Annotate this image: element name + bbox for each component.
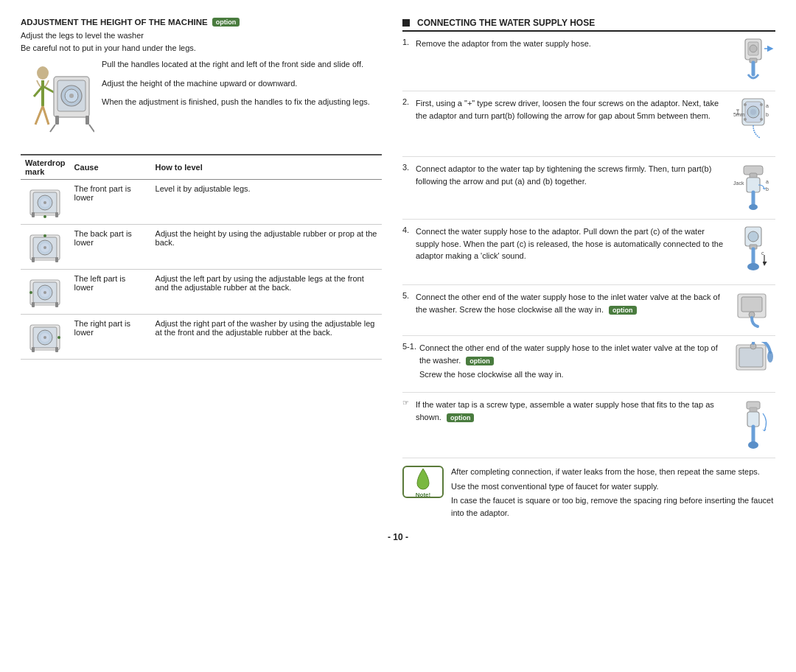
step-screw-inner: ☞ If the water tap is a screw type, asse… — [402, 399, 725, 423]
left-section-title: ADJUSTMENT THE HEIGHT OF THE MACHINE opt… — [21, 18, 382, 27]
row3-img — [21, 270, 70, 315]
svg-point-25 — [43, 246, 46, 249]
right-title-text: CONNECTING THE WATER SUPPLY HOSE — [417, 18, 595, 28]
step-screw-option: option — [447, 413, 475, 422]
svg-point-81 — [767, 351, 773, 363]
table-row: The front part is lower Level it by adju… — [21, 180, 382, 225]
step-2-text: First, using a "+" type screw driver, lo… — [416, 97, 725, 122]
washer-illustration — [21, 58, 94, 147]
row2-img — [21, 225, 70, 270]
svg-rect-11 — [55, 116, 59, 125]
svg-text:a: a — [766, 179, 769, 184]
level-table: Waterdropmark Cause How to level — [21, 154, 382, 360]
intro-line-2: Be careful not to put in your hand under… — [21, 43, 196, 52]
svg-point-69 — [749, 204, 758, 210]
step-1-num: 1. — [402, 38, 413, 46]
table-row: The right part is lower Adjust the right… — [21, 315, 382, 360]
washer-icon-3 — [28, 274, 62, 308]
col-how: How to level — [151, 155, 382, 180]
step-row-2: 2. First, using a "+" type screw driver,… — [402, 97, 775, 157]
svg-rect-19 — [55, 212, 58, 217]
step-row-3: 3. Connect adaptor to the water tap by t… — [402, 163, 775, 220]
intro-text: Adjust the legs to level the washer Be c… — [21, 29, 382, 54]
step-4-img: c — [731, 225, 775, 279]
note-svg-icon: Note! — [407, 466, 439, 498]
svg-point-52 — [750, 109, 756, 115]
step-2-num: 2. — [402, 97, 413, 106]
svg-rect-43 — [55, 347, 58, 352]
step-4-text: Connect the water supply hose to the ada… — [416, 225, 725, 262]
svg-rect-76 — [741, 297, 762, 312]
svg-rect-79 — [739, 348, 763, 367]
svg-text:a: a — [766, 103, 769, 108]
svg-point-0 — [37, 66, 49, 80]
svg-rect-84 — [747, 412, 759, 427]
col-waterdrop: Waterdropmark — [21, 155, 70, 180]
steps-text: Pull the handles located at the right an… — [102, 58, 382, 147]
svg-rect-26 — [32, 257, 35, 262]
hose-adaptor-svg-1 — [732, 38, 775, 85]
row2-how: Adjust the height by using the adjustabl… — [151, 225, 382, 270]
step-screw-num: ☞ — [402, 399, 413, 407]
step-5-option: option — [609, 306, 637, 315]
svg-point-85 — [748, 441, 758, 449]
svg-line-4 — [35, 106, 43, 125]
svg-point-53 — [744, 103, 747, 106]
svg-text:Note!: Note! — [416, 491, 430, 498]
step-2-text: Adjust the height of the machine upward … — [102, 77, 382, 91]
step-3-text: When the adjustment is finished, push th… — [102, 96, 382, 109]
hose-top-svg — [732, 342, 775, 386]
svg-point-10 — [69, 94, 74, 98]
option-badge: option — [212, 18, 240, 27]
step-row-screw: ☞ If the water tap is a screw type, asse… — [402, 399, 775, 458]
svg-rect-34 — [32, 302, 35, 307]
svg-point-28 — [43, 234, 46, 237]
svg-rect-65 — [747, 178, 760, 192]
step-1-text: Pull the handles located at the right an… — [102, 58, 382, 71]
svg-point-71 — [748, 231, 758, 242]
step-1-img — [731, 38, 775, 85]
row3-how: Adjust the left part by using the adjust… — [151, 270, 382, 315]
row4-how: Adjust the right part of the washer by u… — [151, 315, 382, 360]
step-row-4: 4. Connect the water supply hose to the … — [402, 225, 775, 285]
hose-adaptor-svg-2: a b 5mm — [732, 97, 775, 150]
step-row-5-1: 5-1. Connect the other end of the water … — [402, 342, 775, 393]
step-5-1-num: 5-1. — [402, 342, 416, 351]
step-5-1-option: option — [466, 357, 494, 365]
step-3-text: Connect adaptor to the water tap by tigh… — [416, 163, 725, 187]
screw-hose-svg — [732, 399, 775, 452]
note-text-content: After completing connection, if water le… — [451, 466, 775, 519]
note-icon: Note! — [402, 466, 444, 498]
svg-text:5mm: 5mm — [733, 112, 745, 117]
svg-rect-12 — [85, 116, 89, 125]
hose-back-svg — [732, 291, 775, 329]
washer-icon-1 — [28, 184, 62, 218]
svg-point-17 — [43, 201, 46, 204]
step-screw-img — [731, 399, 775, 452]
step-3-num: 3. — [402, 163, 413, 172]
step-1-inner: 1. Remove the adaptor from the water sup… — [402, 38, 725, 50]
svg-point-20 — [43, 215, 46, 218]
left-title-text: ADJUSTMENT THE HEIGHT OF THE MACHINE — [21, 18, 208, 27]
svg-point-55 — [744, 118, 747, 121]
step-5-img — [731, 291, 775, 329]
svg-rect-18 — [32, 212, 35, 217]
svg-point-36 — [29, 291, 32, 294]
row4-img — [21, 315, 70, 360]
svg-point-54 — [760, 103, 763, 106]
svg-rect-42 — [32, 347, 35, 352]
step-2-inner: 2. First, using a "+" type screw driver,… — [402, 97, 725, 122]
step-3-img: a b Jack — [731, 163, 775, 213]
step-4-inner: 4. Connect the water supply hose to the … — [402, 225, 725, 262]
step-5-1-sub: Screw the hose clockwise all the way in. — [419, 368, 725, 381]
step-row-1: 1. Remove the adaptor from the water sup… — [402, 38, 775, 91]
hose-adaptor-svg-4: c — [732, 225, 775, 279]
intro-line-1: Adjust the legs to level the washer — [21, 31, 144, 40]
svg-point-33 — [43, 291, 46, 294]
row2-cause: The back part is lower — [70, 225, 151, 270]
svg-point-41 — [43, 336, 46, 339]
washer-figure — [21, 58, 94, 147]
step-5-num: 5. — [402, 291, 413, 300]
note-line-1: After completing connection, if water le… — [451, 466, 775, 478]
step-3-inner: 3. Connect adaptor to the water tap by t… — [402, 163, 725, 187]
